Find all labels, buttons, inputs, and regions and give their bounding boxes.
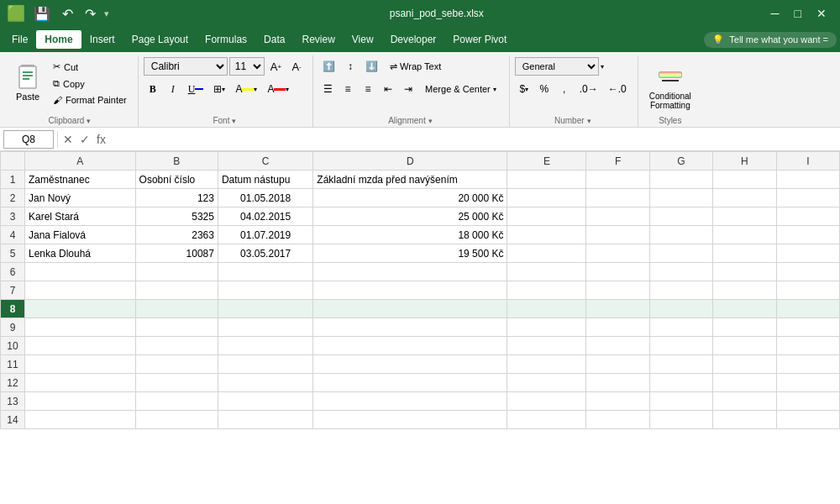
col-header-corner[interactable] — [1, 152, 25, 171]
row-header-4[interactable]: 4 — [1, 226, 25, 244]
cell[interactable]: 2363 — [135, 226, 218, 244]
merge-center-button[interactable]: Merge & Center ▾ — [419, 81, 502, 97]
align-center-button[interactable]: ≡ — [339, 80, 357, 98]
alignment-expand-icon[interactable]: ▾ — [428, 117, 433, 125]
decrease-decimal-button[interactable]: ←.0 — [604, 80, 631, 98]
insert-function-button[interactable]: fx — [95, 133, 108, 146]
cell[interactable] — [24, 300, 135, 318]
menu-review[interactable]: Review — [293, 30, 343, 49]
cell[interactable] — [507, 411, 586, 429]
cell[interactable]: 19 500 Kč — [313, 244, 507, 263]
cell[interactable] — [649, 207, 712, 226]
formula-input[interactable] — [111, 133, 837, 146]
cell[interactable] — [776, 189, 839, 207]
row-header-13[interactable]: 13 — [1, 392, 25, 411]
align-middle-button[interactable]: ↕ — [341, 57, 360, 76]
align-left-button[interactable]: ☰ — [318, 80, 337, 98]
close-button[interactable]: ✕ — [810, 5, 833, 22]
cell[interactable] — [586, 318, 649, 337]
decrease-font-button[interactable]: A- — [287, 57, 306, 76]
cell[interactable] — [218, 374, 312, 392]
cell[interactable] — [776, 226, 839, 244]
cell[interactable] — [313, 374, 507, 392]
row-header-11[interactable]: 11 — [1, 355, 25, 374]
cell[interactable] — [507, 300, 586, 318]
cell[interactable] — [649, 300, 712, 318]
cell[interactable] — [218, 263, 312, 281]
cell[interactable] — [218, 392, 312, 411]
cell[interactable] — [713, 300, 776, 318]
cell[interactable] — [24, 337, 135, 355]
cell-reference-box[interactable] — [3, 130, 54, 149]
cell[interactable] — [135, 263, 218, 281]
cell[interactable] — [776, 171, 839, 189]
font-size-select[interactable]: 11 — [229, 57, 265, 76]
col-header-h[interactable]: H — [713, 152, 776, 171]
cell[interactable] — [776, 355, 839, 374]
conditional-formatting-button[interactable]: Conditional Formatting — [643, 57, 697, 114]
cell[interactable] — [507, 244, 586, 263]
increase-decimal-button[interactable]: .0→ — [575, 80, 602, 98]
cell[interactable] — [218, 300, 312, 318]
cell[interactable] — [218, 318, 312, 337]
cell[interactable] — [713, 207, 776, 226]
menu-developer[interactable]: Developer — [382, 30, 445, 49]
row-header-6[interactable]: 6 — [1, 263, 25, 281]
cell[interactable]: 04.02.2015 — [218, 207, 312, 226]
cell[interactable] — [586, 226, 649, 244]
cell[interactable] — [649, 171, 712, 189]
cell[interactable] — [649, 374, 712, 392]
align-bottom-button[interactable]: ⬇️ — [361, 57, 382, 76]
col-header-f[interactable]: F — [586, 152, 649, 171]
cell[interactable]: 10087 — [135, 244, 218, 263]
cell[interactable] — [713, 263, 776, 281]
cell[interactable] — [586, 411, 649, 429]
cell[interactable] — [776, 300, 839, 318]
cell[interactable] — [135, 318, 218, 337]
font-color-button[interactable]: A▾ — [263, 80, 293, 98]
cell[interactable] — [135, 300, 218, 318]
cell[interactable] — [135, 337, 218, 355]
row-header-8[interactable]: 8 — [1, 300, 25, 318]
cell[interactable] — [776, 392, 839, 411]
cell[interactable] — [507, 226, 586, 244]
cell[interactable]: Jan Nový — [24, 189, 135, 207]
cell[interactable] — [776, 244, 839, 263]
italic-button[interactable]: I — [164, 80, 182, 98]
menu-data[interactable]: Data — [255, 30, 293, 49]
cell[interactable] — [713, 189, 776, 207]
cell[interactable] — [776, 318, 839, 337]
cell[interactable] — [507, 355, 586, 374]
decrease-indent-button[interactable]: ⇤ — [379, 80, 397, 98]
row-header-7[interactable]: 7 — [1, 281, 25, 300]
cell[interactable]: 03.05.2017 — [218, 244, 312, 263]
cell[interactable] — [649, 411, 712, 429]
cell[interactable] — [24, 281, 135, 300]
cell[interactable] — [649, 189, 712, 207]
cell[interactable]: Zaměstnanec — [24, 171, 135, 189]
format-painter-button[interactable]: 🖌 Format Painter — [49, 92, 131, 108]
number-expand-icon[interactable]: ▾ — [587, 117, 591, 125]
cell[interactable] — [713, 318, 776, 337]
col-header-c[interactable]: C — [218, 152, 312, 171]
cell[interactable] — [313, 300, 507, 318]
cell[interactable]: Jana Fialová — [24, 226, 135, 244]
fill-color-button[interactable]: A▾ — [231, 80, 261, 98]
cell[interactable] — [713, 392, 776, 411]
cell[interactable] — [313, 281, 507, 300]
cell[interactable] — [586, 207, 649, 226]
cell[interactable] — [24, 355, 135, 374]
qat-more[interactable]: ▾ — [104, 8, 109, 19]
cell[interactable] — [586, 337, 649, 355]
cell[interactable] — [313, 318, 507, 337]
cell[interactable] — [313, 337, 507, 355]
cell[interactable] — [24, 263, 135, 281]
cell[interactable]: Osobní číslo — [135, 171, 218, 189]
cell[interactable] — [649, 355, 712, 374]
row-header-1[interactable]: 1 — [1, 171, 25, 189]
cell[interactable]: 123 — [135, 189, 218, 207]
row-header-5[interactable]: 5 — [1, 244, 25, 263]
cell[interactable]: Lenka Dlouhá — [24, 244, 135, 263]
cell[interactable]: 01.07.2019 — [218, 226, 312, 244]
percent-button[interactable]: % — [535, 80, 554, 98]
